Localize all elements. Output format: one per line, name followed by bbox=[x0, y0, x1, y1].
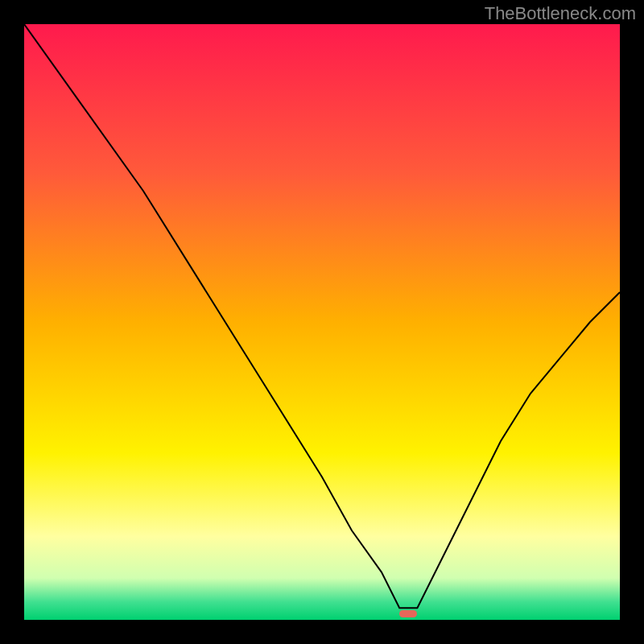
chart-svg bbox=[24, 24, 620, 620]
chart-area bbox=[24, 24, 620, 620]
chart-background bbox=[24, 24, 620, 620]
optimum-marker bbox=[399, 610, 417, 617]
watermark-text: TheBottleneck.com bbox=[485, 3, 636, 24]
